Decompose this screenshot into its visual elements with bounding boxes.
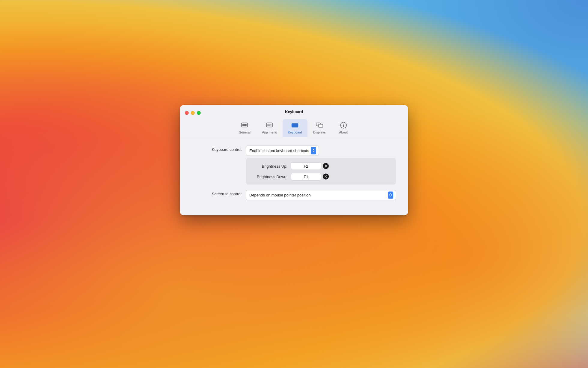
svg-rect-5 [266,123,272,127]
keyboard-control-stepper[interactable] [311,147,316,154]
minimize-button[interactable] [191,111,195,115]
keyboard-control-row: Keyboard control: Enable custom keyboard… [192,145,396,184]
screen-to-control-selector: Depends on mouse pointer position [246,190,396,200]
tab-general-label: General [239,130,250,134]
window-title: Keyboard [285,109,303,117]
tab-keyboard-label: Keyboard [288,130,302,134]
traffic-lights [185,111,201,115]
titlebar: Keyboard [180,105,408,117]
maximize-button[interactable] [197,111,201,115]
svg-rect-16 [297,125,298,126]
content-area: Keyboard control: Enable custom keyboard… [180,137,408,215]
brightness-up-label: Brightness Up: [252,164,291,168]
displays-icon [315,121,324,129]
tab-displays-label: Displays [313,130,326,134]
shortcuts-panel: Brightness Up: F2 Brightness Down: F1 [246,158,396,184]
tab-app-menu[interactable]: App menu [256,119,282,137]
screen-to-control-stepper[interactable] [388,191,393,199]
general-icon [240,121,249,129]
tab-general[interactable]: General [232,119,256,137]
keyboard-settings-window: Keyboard General [180,105,408,215]
tab-keyboard[interactable]: Keyboard [283,119,308,137]
svg-point-4 [244,124,245,124]
app-menu-icon [265,121,274,129]
screen-to-control-value: Depends on mouse pointer position [249,193,311,197]
svg-rect-0 [242,123,248,127]
svg-rect-7 [267,125,270,126]
keyboard-control-selector: Enable custom keyboard shortcuts [246,145,396,184]
keyboard-control-dropdown[interactable]: Enable custom keyboard shortcuts [246,145,319,156]
keyboard-control-value: Enable custom keyboard shortcuts [249,148,309,153]
brightness-down-label: Brightness Down: [252,174,291,179]
brightness-up-row: Brightness Up: F2 [252,162,390,170]
tab-about[interactable]: i About [332,119,356,137]
svg-rect-18 [319,124,323,127]
svg-text:i: i [343,123,344,127]
keyboard-icon [291,121,299,129]
svg-rect-9 [292,123,298,127]
brightness-up-clear-button[interactable] [323,163,329,169]
svg-rect-2 [242,125,247,126]
svg-rect-12 [295,124,296,125]
svg-rect-11 [294,124,295,125]
toolbar: General App menu [180,117,408,137]
svg-rect-13 [297,124,298,125]
brightness-up-key[interactable]: F2 [291,162,321,170]
svg-rect-14 [292,125,293,126]
tab-app-menu-label: App menu [262,130,277,134]
screen-to-control-row: Screen to control: Depends on mouse poin… [192,190,396,200]
brightness-down-row: Brightness Down: F1 [252,173,390,180]
tab-displays[interactable]: Displays [308,119,332,137]
screen-to-control-label: Screen to control: [192,190,246,196]
close-button[interactable] [185,111,189,115]
about-icon: i [339,121,348,129]
svg-rect-15 [294,125,296,126]
tab-about-label: About [339,130,348,134]
brightness-down-key[interactable]: F1 [291,173,321,180]
keyboard-control-label: Keyboard control: [192,145,246,151]
brightness-down-clear-button[interactable] [323,174,329,180]
screen-to-control-dropdown[interactable]: Depends on mouse pointer position [246,190,396,200]
svg-rect-1 [242,124,244,125]
svg-rect-10 [292,124,293,125]
